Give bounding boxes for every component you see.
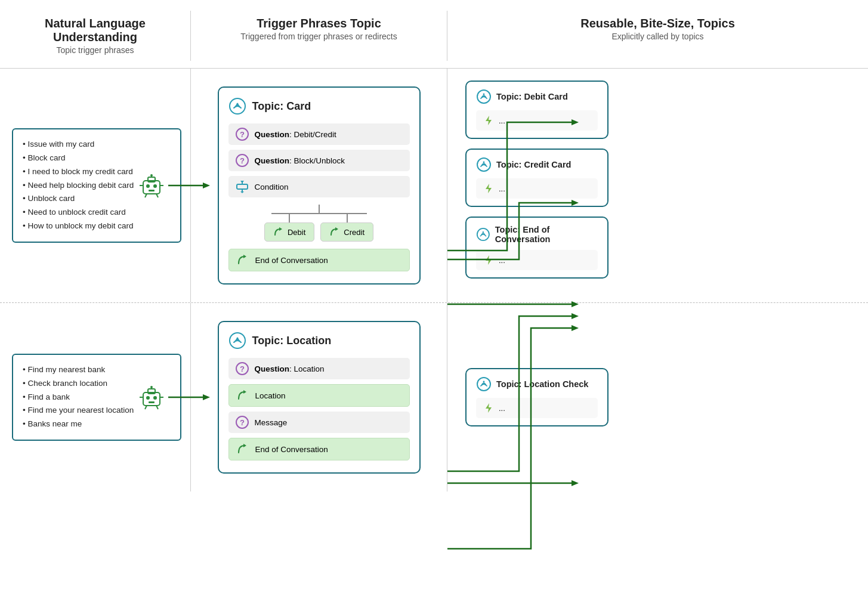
topic-card-location: Topic: Location ? Question: Location (218, 321, 421, 474)
svg-marker-24 (279, 227, 282, 231)
node-message-location: ? Message (228, 412, 410, 433)
lightning-icon-credit (483, 183, 494, 194)
svg-marker-25 (335, 227, 338, 231)
lightning-icon-location (483, 403, 494, 413)
svg-point-14 (236, 103, 238, 105)
node-question-block-unblock: ? Question: Block/Unblock (228, 150, 410, 171)
svg-text:?: ? (240, 130, 245, 139)
reusable-eoc-card: Topic: End of Conversation ... (465, 217, 608, 279)
svg-point-31 (483, 162, 485, 163)
lightning-icon-eoc (483, 255, 494, 265)
reusable-debit-header: Topic: Debit Card (476, 89, 598, 104)
nlu-phrase-2: • Block card (23, 152, 171, 165)
topic-card-header-location: Topic: Location (228, 332, 410, 350)
redirect-icon-eoc-top (236, 253, 249, 267)
redirect-icon-credit (329, 227, 340, 237)
topic-icon-credit (476, 157, 492, 172)
topic-card-title-card: Topic: Card (252, 100, 311, 113)
robot-icon-top (137, 171, 166, 200)
reusable-col-bottom: Topic: Location Check ... (447, 303, 868, 491)
condition-icon (236, 180, 249, 193)
node-label-condition: Condition (255, 183, 289, 191)
reusable-debit-card: Topic: Debit Card ... (465, 81, 608, 139)
topic-icon-location (228, 332, 246, 350)
header-trigger-title: Trigger Phrases Topic (203, 17, 435, 30)
reusable-debit-dots: ... (499, 116, 505, 125)
bottom-section: • Find my nearest bank • Check branch lo… (0, 303, 868, 491)
node-label-eoc-bottom: End of Conversation (255, 445, 328, 454)
svg-point-58 (483, 381, 485, 383)
svg-text:?: ? (240, 364, 245, 373)
nlu-bottom-phrase-5: • Banks near me (23, 418, 171, 431)
reusable-debit-body: ... (476, 110, 598, 131)
trigger-col-bottom: Topic: Location ? Question: Location (191, 303, 447, 491)
reusable-location-header: Topic: Location Check (476, 376, 598, 392)
svg-point-28 (483, 94, 485, 95)
branch-debit-col: Debit (264, 214, 314, 242)
header-nlu-subtitle: Topic trigger phrases (12, 45, 178, 55)
lightning-icon-debit (483, 115, 494, 126)
svg-rect-19 (237, 184, 248, 189)
vert-branch-credit (347, 214, 348, 222)
svg-marker-21 (240, 181, 244, 183)
svg-rect-0 (143, 181, 160, 194)
reusable-credit-dots: ... (499, 184, 505, 193)
robot-arrow-bottom (137, 383, 210, 412)
svg-rect-36 (143, 392, 160, 406)
branch-debit-label: Debit (288, 228, 305, 237)
node-condition: Condition (228, 176, 410, 197)
vert-branch-debit (289, 214, 290, 222)
svg-point-4 (146, 184, 150, 188)
nlu-phrase-6: • Need to unblock credit card (23, 206, 171, 219)
node-label-location-redirect: Location (255, 391, 286, 400)
reusable-credit-title: Topic: Credit Card (496, 160, 571, 169)
svg-marker-56 (243, 444, 246, 447)
svg-point-34 (483, 231, 484, 233)
branch-credit-label: Credit (344, 228, 365, 237)
reusable-eoc-header: Topic: End of Conversation (476, 225, 598, 244)
svg-point-3 (150, 174, 153, 177)
branch-credit-col: Credit (320, 214, 373, 242)
svg-text:?: ? (240, 418, 245, 427)
arrow-right-top (168, 180, 210, 191)
topic-card-header-card: Topic: Card (228, 97, 410, 115)
reusable-location-dots: ... (499, 404, 505, 413)
node-question-location: ? Question: Location (228, 358, 410, 379)
svg-marker-48 (203, 394, 210, 400)
reusable-location-title: Topic: Location Check (496, 379, 588, 389)
svg-marker-29 (486, 116, 492, 125)
redirect-icon-debit (273, 227, 284, 237)
node-label-question1: Question: Debit/Credit (255, 130, 336, 139)
question-icon-2: ? (236, 154, 249, 167)
svg-marker-12 (203, 183, 210, 188)
header-reusable-title: Reusable, Bite-Size, Topics (459, 17, 856, 30)
svg-marker-26 (243, 255, 246, 258)
header-col-nlu: Natural Language Understanding Topic tri… (0, 11, 191, 61)
robot-arrow-top (137, 171, 210, 200)
svg-rect-6 (149, 190, 155, 191)
svg-point-50 (236, 338, 238, 339)
reusable-location-body: ... (476, 398, 598, 418)
branches-row: Debit Credit (264, 214, 373, 242)
reusable-credit-card: Topic: Credit Card ... (465, 149, 608, 207)
nlu-phrase-7: • How to unblock my debit card (23, 219, 171, 233)
header-reusable-subtitle: Explicitly called by topics (459, 32, 856, 41)
node-end-conversation-bottom: End of Conversation (228, 438, 410, 460)
reusable-col-top: Topic: Debit Card ... (447, 69, 868, 302)
node-label-question-location: Question: Location (255, 364, 325, 373)
svg-point-40 (146, 396, 150, 400)
svg-rect-42 (149, 401, 155, 403)
topic-icon-debit (476, 89, 492, 104)
branch-debit: Debit (264, 222, 314, 242)
reusable-location-card: Topic: Location Check ... (465, 368, 608, 426)
header-nlu-title: Natural Language Understanding (12, 17, 178, 44)
question-icon-message: ? (236, 416, 249, 429)
nlu-bottom-phrase-1: • Find my nearest bank (23, 363, 171, 377)
node-end-conversation-top: End of Conversation (228, 249, 410, 271)
nlu-phrase-1: • Issue with my card (23, 138, 171, 152)
topic-card-body-location: ? Question: Location Location (228, 358, 410, 460)
header-col-reusable: Reusable, Bite-Size, Topics Explicitly c… (447, 11, 868, 61)
condition-branch-area: Debit Credit (228, 205, 410, 242)
reusable-eoc-dots: ... (499, 256, 505, 265)
question-icon-1: ? (236, 128, 249, 141)
